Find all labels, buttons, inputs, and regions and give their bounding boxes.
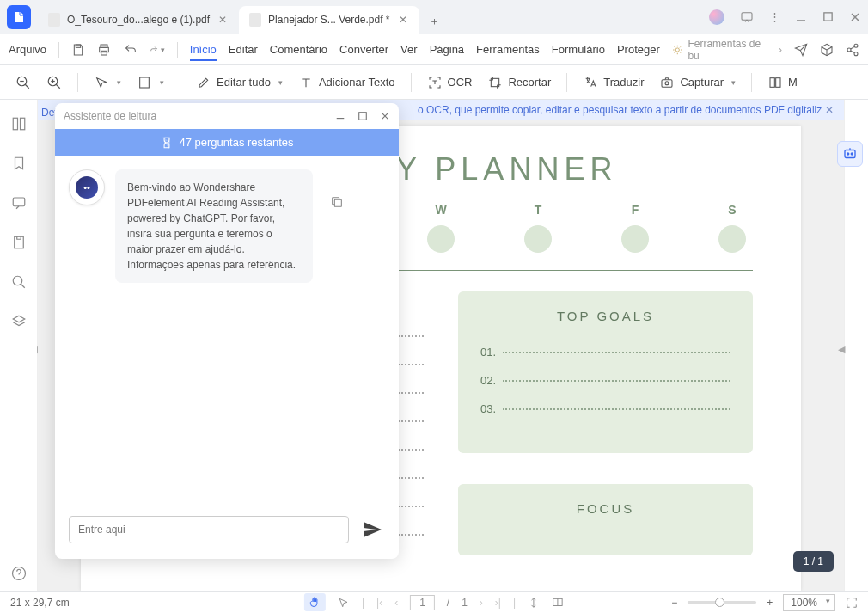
more-button[interactable]: M: [764, 71, 801, 94]
ai-input-field[interactable]: [69, 516, 349, 543]
ocr-label: OCR: [448, 76, 473, 89]
content-area: Dete o OCR, que permite copiar, editar e…: [38, 100, 844, 591]
page-size-label: 21 x 29,7 cm: [10, 597, 70, 609]
send-icon[interactable]: [359, 517, 385, 543]
help-icon[interactable]: [10, 565, 28, 582]
scroll-mode-icon[interactable]: [528, 597, 540, 609]
banner-close-icon[interactable]: ✕: [825, 104, 834, 116]
page-layout-tool[interactable]: [133, 71, 168, 94]
page-current[interactable]: 1: [410, 595, 435, 610]
attachment-icon[interactable]: [10, 234, 28, 251]
svg-rect-33: [334, 199, 341, 206]
minimize-icon[interactable]: [795, 11, 807, 23]
cube-icon[interactable]: [820, 43, 834, 57]
titlebar: O_Tesouro_do...alego e (1).pdf ✕ Planeja…: [0, 0, 868, 34]
zoom-in-button[interactable]: [43, 71, 65, 94]
app-logo[interactable]: [7, 5, 31, 29]
comment-icon[interactable]: [10, 194, 28, 211]
pointer-tool-icon[interactable]: [338, 597, 350, 609]
next-page-icon[interactable]: ›: [480, 597, 483, 609]
edit-all-button[interactable]: Editar tudo: [193, 71, 286, 94]
menu-edit[interactable]: Editar: [229, 43, 258, 56]
svg-rect-0: [742, 12, 752, 20]
chat-icon[interactable]: [740, 10, 754, 24]
page-indicator: 1 / 1: [793, 551, 834, 572]
menu-convert[interactable]: Converter: [339, 43, 388, 56]
print-icon[interactable]: [97, 42, 111, 58]
top-goals-panel: TOP GOALS 01. 02. 03.: [458, 291, 753, 453]
crop-button[interactable]: Recortar: [484, 71, 554, 94]
layers-icon[interactable]: [10, 313, 28, 330]
close-icon[interactable]: ✕: [397, 14, 409, 26]
zoom-slider[interactable]: [688, 601, 756, 604]
hand-tool-icon[interactable]: [304, 593, 326, 611]
thumbnails-icon[interactable]: [10, 115, 28, 132]
window-close-icon[interactable]: [849, 11, 861, 23]
ai-tools-link[interactable]: Ferramentas de bu: [672, 38, 767, 62]
crop-label: Recortar: [508, 76, 551, 89]
tab-active[interactable]: Planejador S... Verde.pdf * ✕: [239, 6, 419, 34]
copy-icon[interactable]: [330, 195, 344, 209]
first-page-icon[interactable]: |‹: [376, 597, 382, 609]
focus-title: FOCUS: [480, 501, 730, 516]
read-mode-icon[interactable]: [552, 597, 564, 609]
svg-point-28: [13, 276, 22, 285]
menu-protect[interactable]: Proteger: [617, 43, 660, 56]
banner-text: o OCR, que permite copiar, editar e pesq…: [418, 104, 822, 116]
menu-comment[interactable]: Comentário: [270, 43, 327, 56]
add-text-button[interactable]: Adicionar Texto: [295, 71, 399, 94]
goal-num: 01.: [480, 346, 496, 359]
tab-label: Planejador S... Verde.pdf *: [268, 14, 389, 26]
day-label: W: [424, 203, 458, 217]
tab-inactive[interactable]: O_Tesouro_do...alego e (1).pdf ✕: [38, 6, 239, 34]
undo-icon[interactable]: [124, 42, 138, 58]
ai-quota-text: 47 perguntas restantes: [180, 136, 294, 149]
menu-tools[interactable]: Ferramentas: [476, 43, 540, 56]
send-icon[interactable]: [794, 43, 808, 57]
capture-button[interactable]: Capturar: [656, 71, 739, 94]
menu-view[interactable]: Ver: [400, 43, 418, 56]
add-tab-button[interactable]: ＋: [423, 9, 447, 34]
menu-file[interactable]: Arquivo: [9, 43, 46, 56]
ai-float-button[interactable]: [837, 141, 863, 167]
svg-rect-19: [492, 78, 499, 86]
capture-label: Capturar: [680, 76, 724, 89]
expand-handle[interactable]: ◀: [838, 344, 845, 365]
ai-quota-bar: 47 perguntas restantes: [55, 129, 399, 156]
search-icon[interactable]: [10, 273, 28, 291]
panel-maximize-icon[interactable]: [358, 111, 368, 121]
redo-icon[interactable]: [150, 42, 165, 58]
zoom-out-button[interactable]: [12, 71, 34, 94]
panel-minimize-icon[interactable]: [335, 111, 345, 121]
maximize-icon[interactable]: [822, 11, 834, 22]
close-icon[interactable]: ✕: [217, 14, 229, 26]
focus-panel: FOCUS: [458, 484, 753, 555]
user-avatar[interactable]: [709, 9, 724, 25]
prev-page-icon[interactable]: ‹: [394, 597, 398, 609]
fit-screen-icon[interactable]: [846, 597, 858, 609]
zoom-minus-icon[interactable]: −: [671, 597, 677, 609]
panel-close-icon[interactable]: [380, 111, 390, 121]
menu-form[interactable]: Formulário: [552, 43, 605, 56]
save-icon[interactable]: [71, 42, 85, 58]
ai-avatar: ••: [69, 169, 105, 205]
menubar: Arquivo Início Editar Comentário Convert…: [0, 34, 868, 65]
bookmark-icon[interactable]: [10, 155, 28, 172]
select-tool[interactable]: [90, 71, 125, 94]
translate-button[interactable]: Traduzir: [579, 71, 647, 94]
last-page-icon[interactable]: ›|: [495, 597, 501, 609]
menu-page[interactable]: Página: [430, 43, 464, 56]
chevron-right-icon[interactable]: ›: [779, 43, 782, 56]
zoom-level[interactable]: 100%: [783, 594, 835, 611]
pdf-icon: [48, 13, 60, 27]
share-icon[interactable]: [846, 43, 859, 57]
day-label: F: [618, 203, 652, 217]
ai-assistant-panel: Assistente de leitura 47 perguntas resta…: [55, 103, 399, 559]
svg-rect-18: [140, 77, 150, 88]
zoom-plus-icon[interactable]: +: [767, 597, 773, 609]
svg-line-29: [21, 284, 25, 288]
kebab-icon[interactable]: ⋮: [769, 10, 779, 23]
menu-home[interactable]: Início: [190, 43, 217, 61]
svg-point-8: [854, 44, 858, 47]
ocr-button[interactable]: OCR: [424, 71, 476, 94]
